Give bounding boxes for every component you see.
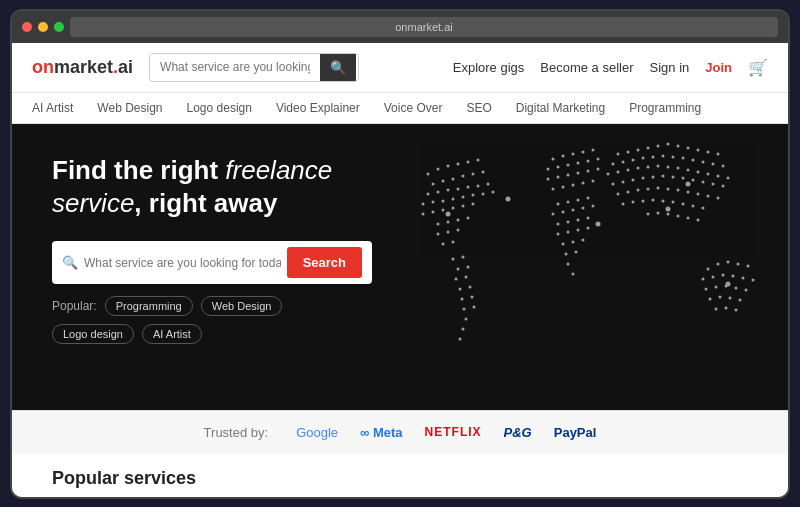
svg-point-61 bbox=[592, 148, 595, 151]
svg-point-6 bbox=[432, 182, 435, 185]
svg-point-152 bbox=[627, 190, 630, 193]
svg-point-136 bbox=[707, 172, 710, 175]
trusted-paypal: PayPal bbox=[554, 425, 597, 440]
svg-point-22 bbox=[452, 197, 455, 200]
svg-point-66 bbox=[587, 159, 590, 162]
svg-point-32 bbox=[472, 202, 475, 205]
svg-point-56 bbox=[459, 337, 462, 340]
svg-point-140 bbox=[622, 180, 625, 183]
svg-point-73 bbox=[597, 167, 600, 170]
svg-point-176 bbox=[697, 218, 700, 221]
cart-icon[interactable]: 🛒 bbox=[748, 58, 768, 77]
svg-point-45 bbox=[467, 265, 470, 268]
svg-point-156 bbox=[667, 187, 670, 190]
navbar-search-button[interactable]: 🔍 bbox=[320, 54, 356, 81]
svg-point-168 bbox=[682, 202, 685, 205]
svg-point-150 bbox=[722, 184, 725, 187]
svg-point-42 bbox=[452, 257, 455, 260]
svg-point-53 bbox=[473, 305, 476, 308]
trusted-netflix: NETFLIX bbox=[425, 425, 482, 439]
category-seo[interactable]: SEO bbox=[466, 101, 491, 115]
navbar-search-input[interactable] bbox=[150, 54, 320, 80]
svg-point-78 bbox=[592, 179, 595, 182]
svg-point-196 bbox=[739, 298, 742, 301]
svg-point-82 bbox=[587, 196, 590, 199]
svg-point-179 bbox=[727, 260, 730, 263]
svg-point-81 bbox=[577, 198, 580, 201]
svg-point-54 bbox=[465, 317, 468, 320]
svg-point-98 bbox=[582, 238, 585, 241]
svg-point-85 bbox=[572, 208, 575, 211]
join-link[interactable]: Join bbox=[705, 60, 732, 75]
svg-point-189 bbox=[715, 285, 718, 288]
svg-point-80 bbox=[567, 200, 570, 203]
svg-point-178 bbox=[717, 262, 720, 265]
popular-tag-web-design[interactable]: Web Design bbox=[201, 296, 283, 316]
svg-point-127 bbox=[617, 170, 620, 173]
svg-point-110 bbox=[687, 146, 690, 149]
svg-point-49 bbox=[469, 285, 472, 288]
svg-point-161 bbox=[717, 196, 720, 199]
svg-point-2 bbox=[447, 164, 450, 167]
svg-point-144 bbox=[662, 174, 665, 177]
category-logo-design[interactable]: Logo design bbox=[187, 101, 252, 115]
svg-point-125 bbox=[722, 164, 725, 167]
popular-services-title: Popular services bbox=[52, 468, 748, 489]
svg-point-9 bbox=[462, 174, 465, 177]
svg-point-24 bbox=[472, 193, 475, 196]
svg-point-36 bbox=[467, 216, 470, 219]
svg-point-40 bbox=[442, 242, 445, 245]
popular-tag-ai-artist[interactable]: AI Artist bbox=[142, 324, 202, 344]
svg-point-181 bbox=[747, 264, 750, 267]
become-seller-link[interactable]: Become a seller bbox=[540, 60, 633, 75]
svg-point-87 bbox=[592, 204, 595, 207]
svg-point-126 bbox=[607, 172, 610, 175]
svg-point-174 bbox=[677, 214, 680, 217]
svg-point-120 bbox=[672, 155, 675, 158]
svg-point-55 bbox=[462, 327, 465, 330]
hero-search-button[interactable]: Search bbox=[287, 247, 362, 278]
category-video-explainer[interactable]: Video Explainer bbox=[276, 101, 360, 115]
popular-tag-programming[interactable]: Programming bbox=[105, 296, 193, 316]
svg-point-155 bbox=[657, 186, 660, 189]
svg-point-84 bbox=[562, 210, 565, 213]
svg-point-134 bbox=[687, 168, 690, 171]
svg-point-192 bbox=[745, 288, 748, 291]
svg-point-39 bbox=[457, 228, 460, 231]
svg-point-153 bbox=[637, 188, 640, 191]
svg-point-203 bbox=[726, 281, 731, 286]
popular-tag-logo-design[interactable]: Logo design bbox=[52, 324, 134, 344]
maximize-dot bbox=[54, 22, 64, 32]
svg-point-198 bbox=[725, 306, 728, 309]
svg-point-83 bbox=[552, 212, 555, 215]
svg-point-138 bbox=[727, 176, 730, 179]
svg-point-131 bbox=[657, 164, 660, 167]
svg-point-17 bbox=[477, 184, 480, 187]
logo: onmarket.ai bbox=[32, 57, 133, 78]
svg-point-71 bbox=[577, 171, 580, 174]
svg-point-133 bbox=[677, 166, 680, 169]
minimize-dot bbox=[38, 22, 48, 32]
hero-title-part1: Find the right bbox=[52, 155, 225, 185]
svg-point-157 bbox=[677, 188, 680, 191]
svg-point-20 bbox=[432, 200, 435, 203]
explore-gigs-link[interactable]: Explore gigs bbox=[453, 60, 525, 75]
svg-point-170 bbox=[702, 206, 705, 209]
sign-in-link[interactable]: Sign in bbox=[650, 60, 690, 75]
category-web-design[interactable]: Web Design bbox=[97, 101, 162, 115]
category-voice-over[interactable]: Voice Over bbox=[384, 101, 443, 115]
svg-point-122 bbox=[692, 158, 695, 161]
hero-section: Find the right freelance service, right … bbox=[12, 124, 788, 410]
category-digital-marketing[interactable]: Digital Marketing bbox=[516, 101, 605, 115]
svg-point-103 bbox=[617, 152, 620, 155]
category-ai-artist[interactable]: AI Artist bbox=[32, 101, 73, 115]
category-programming[interactable]: Programming bbox=[629, 101, 701, 115]
svg-point-143 bbox=[652, 175, 655, 178]
close-dot bbox=[22, 22, 32, 32]
svg-point-183 bbox=[712, 275, 715, 278]
svg-point-89 bbox=[567, 220, 570, 223]
svg-point-65 bbox=[577, 161, 580, 164]
hero-search-input[interactable] bbox=[84, 256, 281, 270]
svg-point-169 bbox=[692, 204, 695, 207]
svg-point-106 bbox=[647, 146, 650, 149]
